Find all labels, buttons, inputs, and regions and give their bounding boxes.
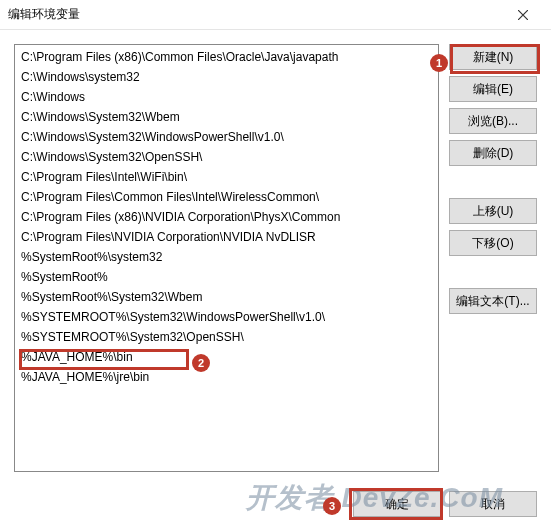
path-list-item[interactable]: %SYSTEMROOT%\System32\OpenSSH\ (15, 327, 438, 347)
path-list-item[interactable]: %SystemRoot% (15, 267, 438, 287)
browse-button[interactable]: 浏览(B)... (449, 108, 537, 134)
close-icon (518, 10, 528, 20)
path-list-item[interactable]: C:\Program Files\NVIDIA Corporation\NVID… (15, 227, 438, 247)
path-list-item[interactable]: C:\Program Files (x86)\Common Files\Orac… (15, 47, 438, 67)
path-list-item[interactable]: %JAVA_HOME%\jre\bin (15, 367, 438, 387)
path-list-item[interactable]: C:\Windows\system32 (15, 67, 438, 87)
callout-3: 3 (323, 497, 341, 515)
callout-2: 2 (192, 354, 210, 372)
edit-button[interactable]: 编辑(E) (449, 76, 537, 102)
path-list-item[interactable]: C:\Windows\System32\OpenSSH\ (15, 147, 438, 167)
button-column: 新建(N) 编辑(E) 浏览(B)... 删除(D) 上移(U) 下移(O) 编… (449, 44, 537, 472)
movedown-button[interactable]: 下移(O) (449, 230, 537, 256)
new-button[interactable]: 新建(N) (449, 44, 537, 70)
path-listbox[interactable]: C:\Program Files (x86)\Common Files\Orac… (14, 44, 439, 472)
path-list-item[interactable]: %SystemRoot%\System32\Wbem (15, 287, 438, 307)
path-list-item[interactable]: C:\Windows\System32\WindowsPowerShell\v1… (15, 127, 438, 147)
moveup-button[interactable]: 上移(U) (449, 198, 537, 224)
path-list-item[interactable]: C:\Windows\System32\Wbem (15, 107, 438, 127)
callout-1: 1 (430, 54, 448, 72)
window-title: 编辑环境变量 (8, 6, 503, 23)
path-list-item[interactable]: %SystemRoot%\system32 (15, 247, 438, 267)
path-list-item[interactable]: C:\Windows (15, 87, 438, 107)
edittext-button[interactable]: 编辑文本(T)... (449, 288, 537, 314)
delete-button[interactable]: 删除(D) (449, 140, 537, 166)
dialog-content: C:\Program Files (x86)\Common Files\Orac… (0, 30, 551, 480)
close-button[interactable] (503, 0, 543, 30)
path-list-item[interactable]: C:\Program Files (x86)\NVIDIA Corporatio… (15, 207, 438, 227)
path-list-item[interactable]: %JAVA_HOME%\bin (15, 347, 438, 367)
watermark-text: 开发者 DevZe.CoM (246, 479, 503, 517)
titlebar: 编辑环境变量 (0, 0, 551, 30)
path-list-item[interactable]: C:\Program Files\Intel\WiFi\bin\ (15, 167, 438, 187)
path-list-item[interactable]: %SYSTEMROOT%\System32\WindowsPowerShell\… (15, 307, 438, 327)
path-list-item[interactable]: C:\Program Files\Common Files\Intel\Wire… (15, 187, 438, 207)
